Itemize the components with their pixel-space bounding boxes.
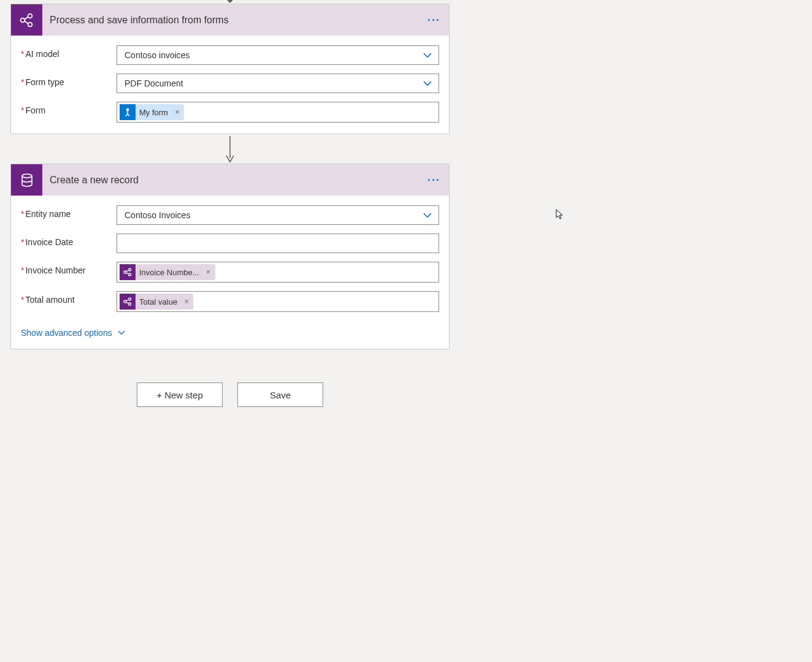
token-remove-button[interactable]: ×: [181, 296, 192, 307]
database-icon: [11, 164, 42, 196]
show-advanced-options-link[interactable]: Show advanced options: [21, 328, 439, 338]
token-remove-button[interactable]: ×: [172, 107, 183, 118]
chevron-down-icon: [420, 48, 435, 63]
svg-line-4: [25, 21, 28, 23]
svg-point-14: [129, 298, 131, 300]
step-header-create-record[interactable]: Create a new record: [11, 164, 449, 196]
chevron-down-icon: [420, 208, 435, 223]
new-step-button[interactable]: + New step: [137, 382, 223, 407]
entity-name-select[interactable]: Contoso Invoices: [117, 205, 439, 225]
step-menu-button[interactable]: [421, 168, 445, 192]
svg-point-15: [129, 303, 131, 305]
field-entity-name: *Entity name Contoso Invoices: [21, 205, 439, 225]
total-amount-input[interactable]: Total value ×: [117, 291, 439, 312]
step-title: Process and save information from forms: [42, 15, 421, 26]
cursor-icon: [556, 209, 564, 220]
svg-point-10: [129, 273, 131, 276]
field-label: *Form: [21, 102, 117, 115]
svg-point-2: [28, 22, 32, 26]
ai-builder-small-icon: [120, 294, 136, 310]
token-my-form[interactable]: My form ×: [120, 104, 184, 120]
ai-model-select[interactable]: Contoso invoices: [117, 45, 439, 65]
field-label: *Form type: [21, 74, 117, 87]
flow-connector-arrow: [10, 134, 450, 164]
flow-step-process-forms[interactable]: Process and save information from forms …: [10, 4, 450, 134]
step-title: Create a new record: [42, 175, 421, 186]
svg-line-11: [126, 270, 129, 272]
step-menu-button[interactable]: [421, 8, 445, 32]
form-type-select[interactable]: PDF Document: [117, 74, 439, 93]
field-total-amount: *Total amount: [21, 291, 439, 312]
ai-builder-icon: [11, 4, 42, 36]
ellipsis-icon: [428, 19, 439, 21]
invoice-number-input[interactable]: Invoice Numbe... ×: [117, 262, 439, 283]
field-ai-model: *AI model Contoso invoices: [21, 45, 439, 65]
form-input[interactable]: My form ×: [117, 102, 439, 123]
token-remove-button[interactable]: ×: [203, 267, 214, 278]
chevron-down-icon: [420, 76, 435, 91]
field-form: *Form My form ×: [21, 102, 439, 123]
svg-point-8: [124, 271, 126, 273]
touch-icon: [120, 104, 136, 120]
svg-point-9: [129, 268, 131, 271]
field-invoice-number: *Invoice Number: [21, 262, 439, 283]
ai-builder-small-icon: [120, 264, 136, 280]
field-label: *Entity name: [21, 205, 117, 219]
field-label: *Invoice Date: [21, 234, 117, 247]
save-button[interactable]: Save: [237, 382, 323, 407]
step-header-process-forms[interactable]: Process and save information from forms: [11, 4, 449, 36]
svg-point-0: [20, 18, 25, 22]
field-label: *Total amount: [21, 291, 117, 305]
token-total-value[interactable]: Total value ×: [120, 294, 193, 310]
field-label: *Invoice Number: [21, 262, 117, 275]
ellipsis-icon: [428, 179, 439, 181]
flow-step-create-record[interactable]: Create a new record *Entity name Contoso…: [10, 164, 450, 349]
token-invoice-number[interactable]: Invoice Numbe... ×: [120, 264, 215, 280]
field-invoice-date: *Invoice Date: [21, 234, 439, 253]
svg-point-13: [124, 300, 126, 303]
svg-line-3: [25, 17, 28, 19]
svg-line-17: [126, 302, 129, 303]
svg-point-7: [22, 174, 32, 178]
field-form-type: *Form type PDF Document: [21, 74, 439, 93]
chevron-down-icon: [117, 329, 126, 337]
svg-line-16: [126, 300, 129, 301]
svg-line-12: [126, 273, 129, 274]
svg-point-1: [28, 13, 32, 18]
invoice-date-input[interactable]: [117, 234, 439, 253]
field-label: *AI model: [21, 45, 117, 59]
